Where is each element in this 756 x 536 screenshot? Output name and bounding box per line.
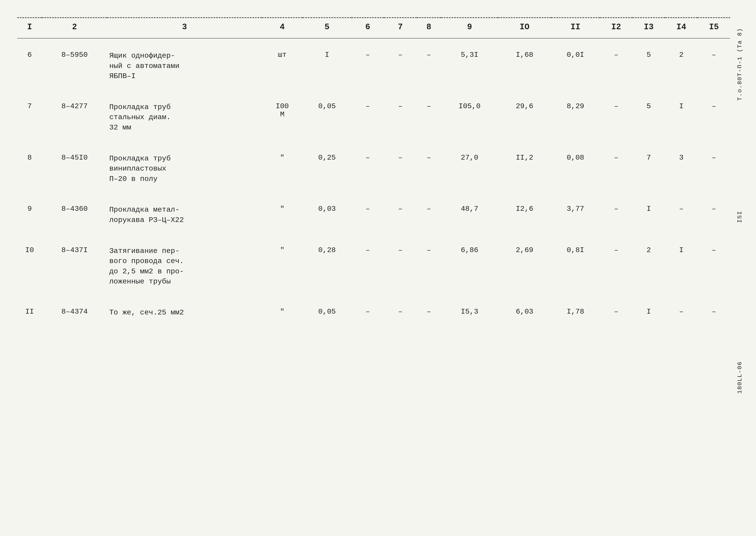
row9-col4: " xyxy=(262,201,302,229)
row9-col1: 9 xyxy=(17,201,42,229)
row8-col7: – xyxy=(384,150,417,188)
row6-col14: 2 xyxy=(665,47,698,85)
row10-col7: – xyxy=(384,242,417,291)
table-row: 9 8–4360 Прокладка метал- лорукава РЗ–Ц–… xyxy=(17,201,730,229)
table-row: I0 8–437I Затягивание пер- вого провода … xyxy=(17,242,730,291)
spacer-5 xyxy=(17,229,730,242)
header-col13: I3 xyxy=(632,18,665,38)
row10-col10: 2,69 xyxy=(498,242,551,291)
row9-col3: Прокладка метал- лорукава РЗ–Ц–Х22 xyxy=(107,201,262,229)
row11-col5: 0,05 xyxy=(302,304,351,322)
row7-col14: I xyxy=(665,98,698,137)
spacer-6 xyxy=(17,291,730,304)
row10-col9: 6,86 xyxy=(441,242,498,291)
header-col3: 3 xyxy=(107,18,262,38)
row6-col7: – xyxy=(384,47,417,85)
row7-col8: – xyxy=(417,98,441,137)
side-label-bottom: 180LL-06 xyxy=(737,361,743,394)
row6-col10: I,68 xyxy=(498,47,551,85)
row7-col7: – xyxy=(384,98,417,137)
row6-col3: Ящик однофидер- ный с автоматами ЯБПВ–I xyxy=(107,47,262,85)
row7-col12: – xyxy=(600,98,633,137)
spacer-4 xyxy=(17,188,730,201)
row11-col13: I xyxy=(632,304,665,322)
row11-col1: II xyxy=(17,304,42,322)
row9-col9: 48,7 xyxy=(441,201,498,229)
row8-col12: – xyxy=(600,150,633,188)
header-col11: II xyxy=(551,18,600,38)
row8-col3: Прокладка труб винипластовых П–20 в полу xyxy=(107,150,262,188)
row6-col15: – xyxy=(698,47,730,85)
row6-col13: 5 xyxy=(632,47,665,85)
row10-col6: – xyxy=(352,242,384,291)
main-content: Т.о.80Т-П-1 (Та 8) I5I 180LL-06 xyxy=(17,17,730,519)
row6-col9: 5,3I xyxy=(441,47,498,85)
row7-col1: 7 xyxy=(17,98,42,137)
row11-col7: – xyxy=(384,304,417,322)
row11-col15: – xyxy=(698,304,730,322)
row9-col8: – xyxy=(417,201,441,229)
table-row: 6 8–5950 Ящик однофидер- ный с автоматам… xyxy=(17,47,730,85)
row10-col13: 2 xyxy=(632,242,665,291)
row9-col15: – xyxy=(698,201,730,229)
row6-col6: – xyxy=(352,47,384,85)
row7-col2: 8–4277 xyxy=(42,98,107,137)
row9-col11: 3,77 xyxy=(551,201,600,229)
row9-col7: – xyxy=(384,201,417,229)
row9-col12: – xyxy=(600,201,633,229)
row7-col10: 29,6 xyxy=(498,98,551,137)
row6-col11: 0,0I xyxy=(551,47,600,85)
row7-col9: I05,0 xyxy=(441,98,498,137)
row6-col1: 6 xyxy=(17,47,42,85)
row11-col2: 8–4374 xyxy=(42,304,107,322)
row8-col1: 8 xyxy=(17,150,42,188)
spacer-3 xyxy=(17,137,730,150)
row7-col4: I00 М xyxy=(262,98,302,137)
row8-col15: – xyxy=(698,150,730,188)
row8-col4: " xyxy=(262,150,302,188)
row8-col9: 27,0 xyxy=(441,150,498,188)
row11-col3: То же, сеч.25 мм2 xyxy=(107,304,262,322)
row10-col12: – xyxy=(600,242,633,291)
row10-col14: I xyxy=(665,242,698,291)
column-header-row: I 2 3 4 5 6 7 8 9 IO II I2 I3 I4 I5 xyxy=(17,18,730,38)
row8-col10: II,2 xyxy=(498,150,551,188)
row6-col8: – xyxy=(417,47,441,85)
side-label-top: Т.о.80Т-П-1 (Та 8) xyxy=(737,28,743,101)
row11-col11: I,78 xyxy=(551,304,600,322)
row6-col2: 8–5950 xyxy=(42,47,107,85)
row10-col15: – xyxy=(698,242,730,291)
header-col8: 8 xyxy=(417,18,441,38)
row8-col5: 0,25 xyxy=(302,150,351,188)
row10-col1: I0 xyxy=(17,242,42,291)
row6-col5: I xyxy=(302,47,351,85)
row9-col6: – xyxy=(352,201,384,229)
row11-col9: I5,3 xyxy=(441,304,498,322)
row7-col15: – xyxy=(698,98,730,137)
row8-col11: 0,08 xyxy=(551,150,600,188)
header-col15: I5 xyxy=(698,18,730,38)
row11-col6: – xyxy=(352,304,384,322)
spacer-2 xyxy=(17,85,730,98)
page: Т.о.80Т-П-1 (Та 8) I5I 180LL-06 xyxy=(0,0,756,536)
row11-col14: – xyxy=(665,304,698,322)
header-col10: IO xyxy=(498,18,551,38)
row10-col3: Затягивание пер- вого провода сеч. до 2,… xyxy=(107,242,262,291)
row7-col13: 5 xyxy=(632,98,665,137)
row7-col5: 0,05 xyxy=(302,98,351,137)
row9-col5: 0,03 xyxy=(302,201,351,229)
header-col6: 6 xyxy=(352,18,384,38)
row9-col14: – xyxy=(665,201,698,229)
table-row: 8 8–45I0 Прокладка труб винипластовых П–… xyxy=(17,150,730,188)
row8-col8: – xyxy=(417,150,441,188)
row10-col11: 0,8I xyxy=(551,242,600,291)
row9-col13: I xyxy=(632,201,665,229)
header-col12: I2 xyxy=(600,18,633,38)
row11-col12: – xyxy=(600,304,633,322)
row7-col11: 8,29 xyxy=(551,98,600,137)
row6-col4: шт xyxy=(262,47,302,85)
table-row: II 8–4374 То же, сеч.25 мм2 " 0,05 – – –… xyxy=(17,304,730,322)
row9-col10: I2,6 xyxy=(498,201,551,229)
header-col4: 4 xyxy=(262,18,302,38)
side-label-middle: I5I xyxy=(737,211,743,223)
